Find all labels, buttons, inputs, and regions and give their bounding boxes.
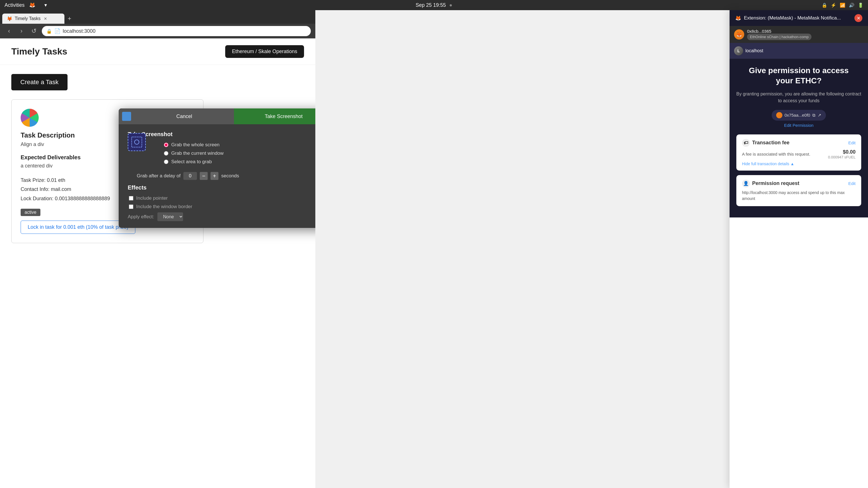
chevron-up-icon: ▲ bbox=[790, 162, 794, 166]
delay-decrement-button[interactable]: − bbox=[200, 172, 208, 180]
delay-input[interactable]: 0 bbox=[183, 172, 197, 180]
metamask-header-title: Extension: (MetaMask) - MetaMask Notific… bbox=[744, 15, 841, 21]
page-icon: 📄 bbox=[54, 28, 60, 34]
browser-icon: 🦊 bbox=[29, 2, 35, 8]
refresh-button[interactable]: ↺ bbox=[29, 27, 38, 36]
metamask-account-info: 0x8cb...0365 EthOnline sChain | hackatho… bbox=[747, 29, 811, 40]
lock-task-button[interactable]: Lock in task for 0.001 eth (10% of task … bbox=[21, 221, 135, 234]
delay-label: Grab after a delay of bbox=[137, 173, 181, 179]
tag-icon: 🏷 bbox=[742, 139, 750, 147]
site-title: Timely Tasks bbox=[11, 46, 67, 57]
permission-request-section: 👤 Permission request Edit http://localho… bbox=[736, 175, 861, 206]
activities-label[interactable]: Activities bbox=[4, 2, 25, 8]
sound-icon: 🔊 bbox=[849, 3, 855, 8]
include-border-checkbox[interactable] bbox=[129, 204, 133, 209]
tx-fee-usd: $0.00 bbox=[828, 149, 856, 155]
back-button[interactable]: ‹ bbox=[4, 27, 13, 36]
wifi-icon: 📶 bbox=[840, 3, 845, 8]
copy-icon[interactable]: ⧉ bbox=[812, 113, 815, 118]
metamask-header: 🦊 Extension: (MetaMask) - MetaMask Notif… bbox=[730, 10, 868, 26]
tx-fee-description: A fee is associated with this request. bbox=[742, 152, 810, 157]
grab-window-option[interactable]: Grab the current window bbox=[164, 151, 223, 156]
tx-fee-value: $0.00 0.000947 sFUEL bbox=[828, 149, 856, 159]
grab-window-label: Grab the current window bbox=[171, 151, 223, 156]
vpn-icon: 🔒 bbox=[822, 3, 827, 8]
metamask-permission-title: Give permission to accessyour ETHC? bbox=[736, 66, 861, 86]
metamask-network-badge: EthOnline sChain | hackathon-comp bbox=[747, 34, 811, 40]
dialog-take-screenshot-button[interactable]: Take Screenshot bbox=[234, 108, 315, 124]
tab-favicon: 🦊 bbox=[7, 16, 12, 22]
screenshot-dialog: Cancel Take Screenshot Take Screenshot bbox=[119, 108, 315, 228]
include-pointer-label: Include pointer bbox=[136, 195, 168, 201]
tx-fee-edit-button[interactable]: Edit bbox=[848, 140, 856, 145]
active-tab[interactable]: 🦊 Timely Tasks ✕ bbox=[2, 13, 64, 24]
recording-dot: ● bbox=[449, 2, 453, 8]
url-text: localhost:3000 bbox=[63, 28, 95, 34]
svg-point-1 bbox=[134, 140, 139, 144]
grab-window-radio[interactable] bbox=[164, 151, 168, 156]
dialog-cancel-button[interactable]: Cancel bbox=[134, 108, 234, 124]
link-icon[interactable]: ↗ bbox=[818, 113, 822, 118]
metamask-account-bar: 🦊 0x8cb...0365 EthOnline sChain | hackat… bbox=[730, 26, 868, 43]
eth-operations-button[interactable]: Ethereum / Skale Operations bbox=[225, 45, 304, 58]
create-task-section: Create a Task bbox=[0, 65, 315, 99]
grab-whole-screen-radio[interactable] bbox=[164, 142, 168, 147]
tab-close-button[interactable]: ✕ bbox=[43, 16, 48, 21]
include-pointer-option[interactable]: Include pointer bbox=[129, 195, 315, 201]
dialog-icon-box bbox=[119, 108, 134, 124]
delay-increment-button[interactable]: + bbox=[211, 172, 218, 180]
tx-fee-header: 🏷 Transaction fee Edit bbox=[742, 139, 856, 147]
effects-section: Effects Include pointer Include the wind… bbox=[128, 185, 315, 221]
metamask-panel: 🦊 Extension: (MetaMask) - MetaMask Notif… bbox=[730, 10, 868, 488]
create-task-button[interactable]: Create a Task bbox=[11, 74, 67, 90]
metamask-contract-icon bbox=[776, 112, 782, 118]
browser-tabs: 🦊 Timely Tasks ✕ + bbox=[0, 10, 315, 24]
perm-description: http://localhost:3000 may access and spe… bbox=[742, 190, 856, 202]
include-border-label: Include the window border bbox=[136, 204, 192, 209]
effects-title: Effects bbox=[128, 185, 315, 191]
metamask-logo-icon: 🦊 bbox=[734, 29, 744, 39]
power-icon: 🔋 bbox=[858, 3, 864, 8]
grab-area-radio[interactable] bbox=[164, 160, 168, 164]
lock-icon: 🔒 bbox=[46, 29, 52, 34]
include-border-option[interactable]: Include the window border bbox=[129, 204, 315, 209]
tab-title: Timely Tasks bbox=[15, 16, 41, 21]
metamask-contract-badge: 0x75aa...e0f0 ⧉ ↗ bbox=[772, 110, 826, 121]
forward-button[interactable]: › bbox=[17, 27, 26, 36]
metamask-permission-subtitle: By granting permission, you are allowing… bbox=[736, 91, 861, 104]
grab-whole-screen-label: Grab the whole screen bbox=[171, 142, 220, 148]
dropdown-icon[interactable]: ▾ bbox=[44, 2, 47, 8]
metamask-body: Give permission to accessyour ETHC? By g… bbox=[730, 59, 868, 218]
screenshot-preview-icon bbox=[128, 133, 146, 151]
grab-whole-screen-option[interactable]: Grab the whole screen bbox=[164, 142, 223, 148]
perm-edit-button[interactable]: Edit bbox=[848, 181, 856, 186]
task-avatar bbox=[21, 109, 39, 127]
person-icon: 👤 bbox=[742, 180, 750, 188]
metamask-avatar: L bbox=[734, 46, 743, 55]
metamask-fox-icon: 🦊 bbox=[735, 15, 741, 21]
datetime-label: Sep 25 19:55 bbox=[415, 2, 446, 8]
dialog-body: Take Screenshot Grab the bbox=[119, 124, 315, 228]
metamask-account-address[interactable]: 0x8cb...0365 bbox=[747, 29, 811, 34]
metamask-account-selector[interactable]: L localhost bbox=[730, 43, 868, 59]
address-bar[interactable]: 🔒 📄 localhost:3000 bbox=[42, 26, 311, 36]
new-tab-button[interactable]: + bbox=[64, 13, 74, 24]
grab-area-option[interactable]: Select area to grab bbox=[164, 159, 223, 165]
status-badge: active bbox=[21, 209, 40, 216]
grab-area-label: Select area to grab bbox=[171, 159, 212, 165]
metamask-close-button[interactable]: ✕ bbox=[855, 14, 862, 22]
hide-transaction-details-link[interactable]: Hide full transaction details ▲ bbox=[742, 162, 856, 166]
battery-charging-icon: ⚡ bbox=[831, 3, 836, 8]
transaction-fee-section: 🏷 Transaction fee Edit A fee is associat… bbox=[736, 134, 861, 170]
apply-effect-label: Apply effect: bbox=[128, 214, 154, 220]
apply-effect-row: Apply effect: None bbox=[128, 213, 315, 221]
tx-fee-title: 🏷 Transaction fee bbox=[742, 139, 789, 147]
browser-nav: ‹ › ↺ 🔒 📄 localhost:3000 bbox=[0, 24, 315, 38]
include-pointer-checkbox[interactable] bbox=[129, 196, 133, 200]
dialog-section-title: Take Screenshot bbox=[128, 131, 315, 137]
svg-rect-0 bbox=[132, 137, 142, 147]
metamask-contract-address: 0x75aa...e0f0 bbox=[785, 113, 810, 118]
edit-permission-link[interactable]: Edit Permission bbox=[736, 123, 861, 128]
apply-effect-select[interactable]: None bbox=[157, 213, 183, 221]
site-header: Timely Tasks Ethereum / Skale Operations bbox=[0, 38, 315, 65]
